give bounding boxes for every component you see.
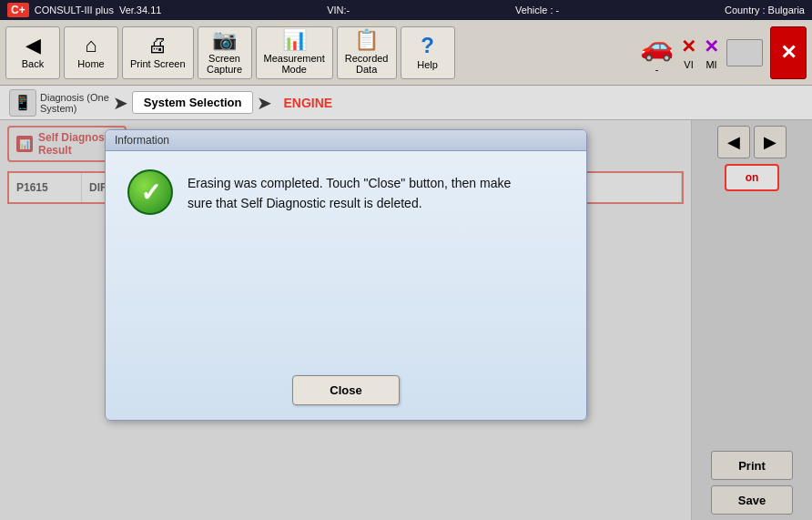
app-name: CONSULT-III plus — [35, 5, 114, 15]
breadcrumb-diagnosis: 📱 Diagnosis (OneSystem) — [9, 86, 109, 119]
screen-capture-icon: 📷 — [212, 30, 237, 50]
main-content: 📊 Self Diagnostic Result P1615 DIFFERENC… — [0, 120, 812, 520]
breadcrumb-arrow-1: ➤ — [113, 92, 128, 114]
home-label: Home — [77, 58, 104, 69]
recorded-icon: 📋 — [354, 30, 379, 50]
car-icon: 🚗 — [640, 30, 674, 62]
title-bar: C+ CONSULT-III plus Ver.34.11 VIN:- Vehi… — [0, 0, 812, 20]
print-screen-label: Print Screen — [130, 58, 186, 69]
right-arrow-icon: ▶ — [764, 132, 776, 152]
left-panel: 📊 Self Diagnostic Result P1615 DIFFERENC… — [0, 120, 692, 520]
close-app-button[interactable]: ✕ — [770, 26, 807, 79]
right-panel: ◀ ▶ on Print Save — [692, 120, 812, 520]
back-button[interactable]: ◀ Back — [5, 26, 60, 79]
title-logo: C+ — [7, 3, 29, 17]
system-selection-breadcrumb[interactable]: System Selection — [132, 91, 254, 114]
back-label: Back — [22, 58, 44, 69]
print-button[interactable]: Print — [711, 451, 793, 480]
modal-message-line1: Erasing was completed. Touch "Close" but… — [188, 176, 511, 190]
save-button[interactable]: Save — [711, 485, 793, 515]
information-dialog: Information ✓ Erasing was completed. Tou… — [105, 129, 587, 421]
measurement-icon: 📊 — [282, 30, 307, 50]
vehicle-minus-label: - — [655, 64, 659, 75]
diagnosis-label: Diagnosis (OneSystem) — [40, 92, 109, 114]
vehicle-icon-button[interactable]: 🚗 - — [640, 30, 674, 75]
right-panel-top: ◀ ▶ — [717, 126, 787, 158]
print-save-area: Print Save — [697, 451, 807, 515]
modal-footer: Close — [106, 361, 586, 420]
help-button[interactable]: ? Help — [401, 26, 455, 79]
toolbar-right: 🚗 - ✕ VI ✕ MI ✕ — [640, 26, 807, 79]
left-arrow-icon: ◀ — [727, 132, 740, 152]
title-bar-left: C+ CONSULT-III plus Ver.34.11 — [7, 3, 161, 17]
success-check-icon: ✓ — [127, 169, 173, 215]
diagnosis-icon: 📱 — [9, 89, 36, 117]
close-dialog-button[interactable]: Close — [292, 375, 399, 405]
back-icon: ◀ — [25, 36, 41, 56]
vi-label: VI — [684, 59, 693, 70]
checkmark-symbol: ✓ — [140, 178, 161, 208]
vehicle-label: Vehicle : - — [515, 5, 559, 15]
nav-right-button[interactable]: ▶ — [754, 126, 787, 158]
screen-capture-button[interactable]: 📷 Screen Capture — [198, 26, 252, 79]
modal-body: ✓ Erasing was completed. Touch "Close" b… — [106, 151, 586, 361]
mi-button[interactable]: ✕ MI — [704, 36, 719, 70]
vin-label: VIN:- — [327, 5, 350, 15]
home-icon: ⌂ — [85, 36, 96, 56]
home-button[interactable]: ⌂ Home — [64, 26, 118, 79]
help-icon: ? — [421, 35, 434, 56]
print-screen-icon: 🖨 — [147, 36, 167, 56]
modal-message: Erasing was completed. Touch "Close" but… — [188, 169, 511, 214]
rect-button[interactable] — [726, 39, 763, 66]
vi-button[interactable]: ✕ VI — [681, 36, 696, 70]
measurement-mode-button[interactable]: 📊 Measurement Mode — [256, 26, 333, 79]
mi-x-icon: ✕ — [704, 36, 719, 57]
vi-x-icon: ✕ — [681, 36, 696, 57]
action-button[interactable]: on — [725, 164, 779, 191]
recorded-data-button[interactable]: 📋 Recorded Data — [337, 26, 397, 79]
modal-title: Information — [106, 130, 586, 151]
toolbar: ◀ Back ⌂ Home 🖨 Print Screen 📷 Screen Ca… — [0, 20, 812, 86]
screen-capture-label: Screen Capture — [207, 53, 242, 75]
nav-left-button[interactable]: ◀ — [717, 126, 750, 158]
mi-label: MI — [705, 59, 716, 70]
breadcrumb-arrow-2: ➤ — [257, 92, 272, 114]
print-screen-button[interactable]: 🖨 Print Screen — [122, 26, 194, 79]
country-label: Country : Bulgaria — [725, 5, 805, 15]
engine-breadcrumb: ENGINE — [283, 96, 332, 110]
modal-overlay: Information ✓ Erasing was completed. Tou… — [0, 120, 692, 520]
recorded-label: Recorded Data — [345, 53, 389, 75]
close-x-icon: ✕ — [780, 41, 797, 65]
measurement-label: Measurement Mode — [264, 53, 325, 75]
modal-message-line2: sure that Self Diagnostic result is dele… — [188, 196, 422, 210]
app-version: Ver.34.11 — [119, 5, 162, 15]
breadcrumb: 📱 Diagnosis (OneSystem) ➤ System Selecti… — [0, 86, 812, 120]
help-label: Help — [417, 59, 438, 70]
